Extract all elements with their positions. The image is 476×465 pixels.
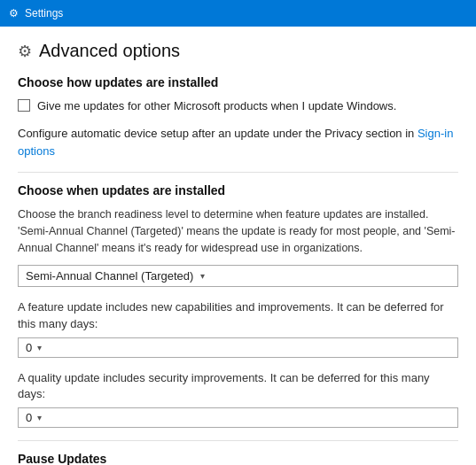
channel-dropdown-value: Semi-Annual Channel (Targeted) <box>26 269 193 283</box>
config-text-prefix: Configure automatic device setup after a… <box>18 127 417 140</box>
channel-dropdown-container: Semi-Annual Channel (Targeted) ▾ <box>18 265 458 287</box>
pause-updates-section: Pause Updates Temporarily pause updates … <box>18 452 458 465</box>
title-bar-text: Settings <box>25 7 63 19</box>
quality-defer-dropdown[interactable]: 0 ▾ <box>18 407 458 428</box>
config-text: Configure automatic device setup after a… <box>18 125 458 159</box>
page-title: Advanced options <box>39 41 180 61</box>
feature-defer-arrow: ▾ <box>37 343 42 353</box>
divider-1 <box>18 172 458 173</box>
page-title-row: ⚙ Advanced options <box>18 41 458 61</box>
quality-defer-row: A quality update includes security impro… <box>18 370 458 428</box>
quality-defer-value: 0 <box>26 411 32 424</box>
settings-window-icon: ⚙ <box>7 7 20 19</box>
microsoft-products-checkbox[interactable] <box>18 99 30 112</box>
microsoft-products-row: Give me updates for other Microsoft prod… <box>18 98 458 114</box>
channel-dropdown[interactable]: Semi-Annual Channel (Targeted) ▾ <box>18 265 458 287</box>
feature-defer-label: A feature update includes new capabiliti… <box>18 299 458 331</box>
microsoft-products-label: Give me updates for other Microsoft prod… <box>37 98 396 114</box>
main-content: ⚙ Advanced options Choose how updates ar… <box>0 27 476 465</box>
when-updates-description: Choose the branch readiness level to det… <box>18 206 458 256</box>
how-updates-title: Choose how updates are installed <box>18 75 458 89</box>
quality-defer-label: A quality update includes security impro… <box>18 370 458 402</box>
feature-defer-row: A feature update includes new capabiliti… <box>18 299 458 357</box>
feature-defer-value: 0 <box>26 341 32 354</box>
when-updates-title: Choose when updates are installed <box>18 183 458 198</box>
when-updates-section: Choose when updates are installed Choose… <box>18 183 458 428</box>
how-updates-section: Choose how updates are installed Give me… <box>18 75 458 159</box>
divider-2 <box>18 440 458 441</box>
channel-dropdown-arrow: ▾ <box>200 271 205 281</box>
feature-defer-dropdown[interactable]: 0 ▾ <box>18 337 458 358</box>
quality-defer-arrow: ▾ <box>37 413 42 422</box>
pause-updates-title: Pause Updates <box>18 452 458 465</box>
gear-icon: ⚙ <box>18 42 32 61</box>
title-bar: ⚙ Settings <box>0 0 476 27</box>
